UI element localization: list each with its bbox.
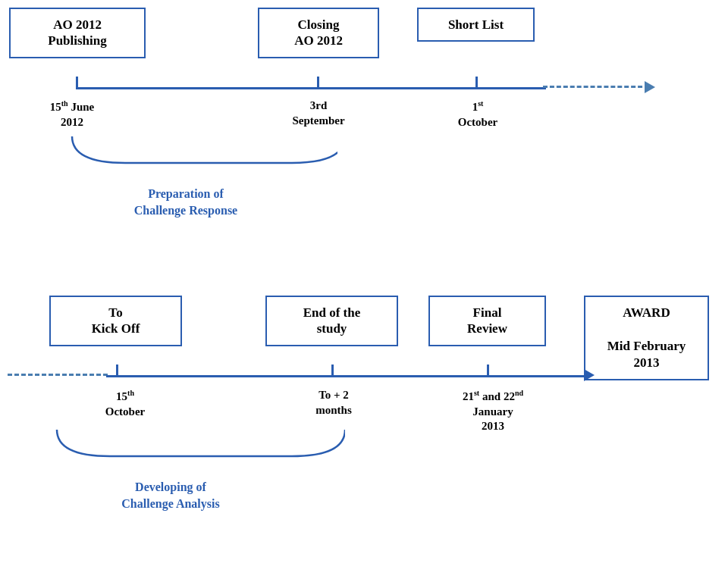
- vline-kickoff: [116, 365, 118, 375]
- top-timeline-line: [76, 87, 546, 89]
- box-final-review: FinalReview: [428, 296, 546, 346]
- label-developing: Developing ofChallenge Analysis: [53, 479, 288, 513]
- vline-end-of-study: [331, 365, 334, 375]
- box-closing-ao2012: ClosingAO 2012: [258, 8, 379, 58]
- vline-shortlist: [475, 77, 478, 87]
- top-arrow-right: [645, 81, 655, 93]
- box-shortlist: Short List: [417, 8, 535, 42]
- brace-preparation: [64, 133, 337, 171]
- box-kickoff: ToKick Off: [49, 296, 182, 346]
- bottom-arrow-right: [584, 369, 595, 381]
- timeline-container: AO 2012Publishing ClosingAO 2012 Short L…: [0, 0, 728, 582]
- box-ao2012-publishing: AO 2012Publishing: [9, 8, 146, 58]
- date-final-review: 21st and 22ndJanuary2013: [447, 388, 538, 434]
- top-section: AO 2012Publishing ClosingAO 2012 Short L…: [8, 8, 720, 265]
- vline-ao2012: [76, 77, 78, 87]
- top-timeline-dashed: [543, 86, 649, 88]
- date-end-of-study: To + 2months: [292, 388, 375, 418]
- bottom-timeline-dashed: [8, 374, 108, 376]
- vline-closing: [317, 77, 319, 87]
- date-kickoff: 15thOctober: [80, 388, 171, 419]
- vline-final-review: [487, 365, 489, 375]
- date-shortlist: 1stOctober: [432, 99, 523, 130]
- bottom-section: ToKick Off End of thestudy FinalReview A…: [8, 296, 720, 568]
- date-ao2012: 15th June2012: [23, 99, 121, 130]
- date-closing: 3rdSeptember: [269, 99, 368, 128]
- brace-developing: [49, 426, 345, 464]
- bottom-timeline-line: [106, 375, 588, 377]
- box-award: AWARDMid February2013: [584, 296, 709, 380]
- box-end-of-study: End of thestudy: [265, 296, 398, 346]
- label-preparation: Preparation ofChallenge Response: [68, 186, 303, 220]
